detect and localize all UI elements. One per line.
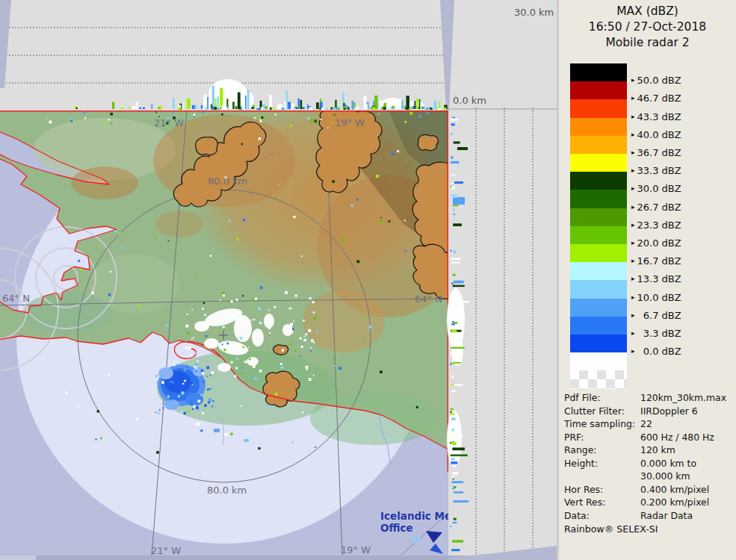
- legend-tick-arrow-icon: ▸: [631, 275, 635, 282]
- legend-swatch: [570, 136, 627, 154]
- info-row: Time sampling:22: [564, 417, 733, 431]
- legend-swatch: [570, 335, 627, 352]
- legend-swatch: [570, 154, 627, 172]
- legend-swatch: [570, 118, 627, 136]
- info-label: Height:: [564, 457, 640, 470]
- legend-swatch: [570, 226, 627, 244]
- legend-label: ▸16.7 dBZ: [631, 255, 681, 267]
- info-value: 600 Hz / 480 Hz: [640, 431, 733, 444]
- imo-logo-text-1: Icelandic Met: [380, 510, 457, 522]
- legend-label-text: 13.3 dBZ: [637, 273, 681, 284]
- info-label: [564, 470, 640, 483]
- legend-swatch: [570, 244, 627, 262]
- info-label: Vert Res:: [564, 496, 640, 509]
- info-value: IIRDoppler 6: [640, 405, 733, 418]
- legend-label-text: 23.3 dBZ: [637, 220, 681, 231]
- color-scale-legend: ▸50.0 dBZ▸46.7 dBZ▸43.3 dBZ▸40.0 dBZ▸36.…: [570, 63, 731, 390]
- info-row: 30.000 km: [564, 470, 733, 483]
- imo-logo-text-2: Office: [380, 522, 413, 534]
- legend-label: ▸36.7 dBZ: [631, 147, 681, 158]
- info-panel: MAX (dBZ) 16:50 / 27-Oct-2018 Mobile rad…: [559, 0, 736, 560]
- timestamp: 16:50 / 27-Oct-2018: [559, 19, 736, 35]
- legend-swatch: [570, 370, 627, 388]
- info-row: Vert Res:0.200 km/pixel: [564, 496, 733, 509]
- svg-text:21° W: 21° W: [151, 545, 181, 556]
- legend-tick-arrow-icon: ▸: [631, 113, 635, 120]
- product-title: MAX (dBZ): [559, 4, 736, 19]
- svg-text:64° N: 64° N: [415, 293, 442, 305]
- legend-label-text: 6.7 dBZ: [637, 310, 681, 321]
- info-row: Hor Res:0.400 km/pixel: [564, 483, 733, 497]
- info-row: Height:0.000 km to: [564, 457, 733, 470]
- radar-name: Mobile radar 2: [559, 35, 736, 51]
- svg-text:64° N: 64° N: [2, 293, 30, 304]
- info-label: Time sampling:: [564, 417, 640, 431]
- legend-label-text: 43.3 dBZ: [637, 111, 681, 122]
- radar-display-window: 21° W 19° W 64° N 64° N 80.0 km 80.0 km …: [0, 0, 736, 560]
- legend-tick-arrow-icon: ▸: [631, 347, 635, 355]
- legend-label: ▸43.3 dBZ: [631, 111, 681, 122]
- info-label: Data:: [564, 509, 640, 523]
- legend-label-text: 46.7 dBZ: [637, 93, 681, 104]
- legend-tick-arrow-icon: ▸: [631, 239, 635, 246]
- legend-tick-arrow-icon: ▸: [631, 203, 635, 211]
- info-value: 120km_30km.max: [640, 391, 733, 405]
- legend-swatch: [570, 280, 627, 298]
- height-profile-right-strip: [448, 0, 557, 560]
- legend-tick-arrow-icon: ▸: [631, 149, 635, 156]
- legend-label-text: 10.0 dBZ: [637, 292, 681, 303]
- legend-label: ▸20.0 dBZ: [631, 237, 681, 249]
- legend-tick-arrow-icon: ▸: [631, 94, 635, 102]
- legend-label-text: 40.0 dBZ: [637, 129, 681, 140]
- info-value: 22: [640, 417, 733, 431]
- svg-text:19° W: 19° W: [341, 544, 371, 556]
- legend-label-text: 33.3 dBZ: [637, 165, 681, 176]
- info-value: Radar Data: [640, 509, 733, 523]
- info-row: Data:Radar Data: [564, 509, 733, 523]
- legend-swatch: [570, 63, 627, 81]
- info-value: 0.000 km to: [640, 457, 733, 470]
- legend-swatch: [570, 299, 627, 317]
- map-area: 21° W 19° W 64° N 64° N 80.0 km 80.0 km …: [0, 93, 460, 557]
- legend-label-text: 16.7 dBZ: [637, 255, 681, 267]
- svg-text:30.0 km: 30.0 km: [514, 7, 554, 18]
- info-row: Clutter Filter:IIRDoppler 6: [564, 405, 733, 418]
- legend-tick-arrow-icon: ▸: [631, 76, 635, 84]
- legend-tick-arrow-icon: ▸: [631, 131, 635, 138]
- legend-tick-arrow-icon: ▸: [631, 184, 635, 192]
- info-row: Range:120 km: [564, 444, 733, 457]
- legend-tick-arrow-icon: ▸: [631, 257, 635, 264]
- info-row: Pdf File:120km_30km.max: [564, 391, 733, 405]
- legend-label-text: 50.0 dBZ: [637, 75, 681, 86]
- legend-label: ▸30.0 dBZ: [631, 183, 681, 194]
- legend-tick-arrow-icon: ▸: [631, 311, 635, 319]
- legend-label: ▸ 6.7 dBZ: [631, 310, 681, 321]
- legend-tick-arrow-icon: ▸: [631, 293, 635, 301]
- legend-label: ▸33.3 dBZ: [631, 165, 681, 176]
- legend-label-text: 30.0 dBZ: [637, 183, 681, 194]
- legend-label: ▸23.3 dBZ: [631, 220, 681, 231]
- info-label: Pdf File:: [564, 391, 640, 405]
- info-value: 30.000 km: [640, 470, 733, 483]
- legend-tick-arrow-icon: ▸: [631, 221, 635, 228]
- legend-swatch: [570, 352, 627, 370]
- info-label: Clutter Filter:: [564, 405, 640, 418]
- legend-swatch: [570, 172, 627, 190]
- legend-swatch: [570, 190, 627, 208]
- info-label: Hor Res:: [564, 483, 640, 497]
- info-value: 120 km: [640, 444, 733, 457]
- legend-label: ▸50.0 dBZ: [631, 75, 681, 86]
- legend-label: ▸ 0.0 dBZ: [631, 346, 681, 357]
- legend-label: ▸13.3 dBZ: [631, 273, 681, 284]
- legend-label: ▸ 3.3 dBZ: [631, 328, 681, 339]
- svg-text:80.0 km: 80.0 km: [207, 485, 247, 496]
- info-row: PRF:600 Hz / 480 Hz: [564, 431, 733, 444]
- info-value: 0.400 km/pixel: [640, 483, 733, 497]
- legend-label: ▸10.0 dBZ: [631, 292, 681, 303]
- legend-tick-arrow-icon: ▸: [631, 167, 635, 174]
- info-value: 0.200 km/pixel: [640, 496, 733, 509]
- svg-text:80.0 km: 80.0 km: [208, 175, 247, 187]
- scan-edge-bottom-left: [0, 556, 36, 560]
- svg-text:19° W: 19° W: [335, 117, 365, 128]
- legend-label: ▸46.7 dBZ: [631, 93, 681, 104]
